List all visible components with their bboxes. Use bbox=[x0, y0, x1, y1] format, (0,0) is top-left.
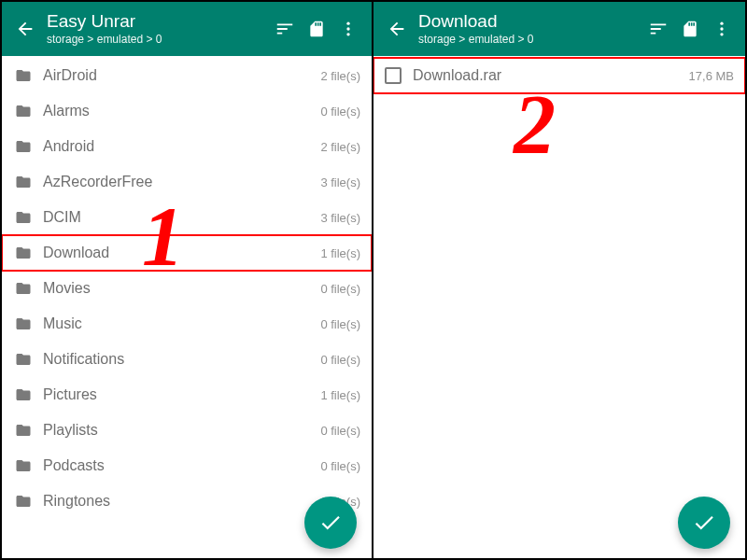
list-item[interactable]: Pictures1 file(s) bbox=[2, 377, 372, 413]
item-meta: 0 file(s) bbox=[320, 282, 360, 296]
svg-point-5 bbox=[720, 33, 723, 35]
svg-point-4 bbox=[720, 27, 723, 30]
item-name: Pictures bbox=[43, 386, 320, 403]
list-item[interactable]: AirDroid2 file(s) bbox=[2, 58, 372, 93]
item-name: Podcasts bbox=[43, 457, 320, 474]
list-item[interactable]: Music0 file(s) bbox=[2, 306, 372, 342]
appbar-subtitle: storage > emulated > 0 bbox=[418, 32, 642, 47]
folder-icon bbox=[13, 103, 34, 119]
item-name: Alarms bbox=[43, 103, 320, 119]
item-name: Android bbox=[43, 138, 320, 155]
svg-point-3 bbox=[720, 22, 723, 25]
svg-point-2 bbox=[346, 33, 349, 35]
appbar-title: Download bbox=[418, 11, 642, 32]
item-name: Playlists bbox=[43, 422, 320, 439]
item-name: Ringtones bbox=[43, 493, 320, 510]
overflow-button[interactable] bbox=[332, 10, 364, 48]
back-button[interactable] bbox=[9, 10, 41, 48]
check-icon bbox=[692, 511, 716, 535]
appbar-actions bbox=[269, 10, 364, 48]
folder-icon bbox=[13, 493, 34, 510]
sdcard-icon bbox=[681, 20, 699, 38]
item-meta: 0 file(s) bbox=[320, 353, 360, 367]
folder-icon bbox=[13, 386, 34, 403]
item-meta: 1 file(s) bbox=[320, 388, 360, 402]
folder-icon bbox=[13, 422, 34, 439]
list-item[interactable]: Alarms0 file(s) bbox=[2, 93, 372, 129]
item-meta: 0 file(s) bbox=[320, 459, 360, 473]
check-icon bbox=[318, 511, 343, 535]
more-vert-icon bbox=[339, 20, 358, 38]
pane-folder-list: Easy Unrar storage > emulated > 0 AirDro… bbox=[2, 2, 374, 558]
list-item[interactable]: Podcasts0 file(s) bbox=[2, 448, 372, 483]
item-meta: 0 file(s) bbox=[320, 317, 360, 331]
folder-list[interactable]: AirDroid2 file(s)Alarms0 file(s)Android2… bbox=[2, 56, 372, 519]
folder-icon bbox=[13, 138, 34, 155]
sort-icon bbox=[648, 19, 669, 39]
item-name: AirDroid bbox=[43, 67, 320, 84]
appbar-title: Easy Unrar bbox=[47, 11, 269, 32]
folder-icon bbox=[13, 457, 34, 474]
more-vert-icon bbox=[712, 20, 731, 38]
sort-button[interactable] bbox=[269, 10, 301, 48]
appbar: Download storage > emulated > 0 bbox=[374, 2, 745, 56]
item-meta: 3 file(s) bbox=[320, 175, 360, 189]
list-item[interactable]: Android2 file(s) bbox=[2, 129, 372, 164]
sort-icon bbox=[275, 19, 295, 39]
item-name: Download bbox=[43, 245, 320, 261]
svg-point-1 bbox=[346, 27, 349, 30]
appbar-subtitle: storage > emulated > 0 bbox=[47, 32, 269, 47]
item-name: DCIM bbox=[43, 209, 320, 226]
item-name: Download.rar bbox=[413, 67, 689, 84]
list-item[interactable]: Download.rar17,6 MB bbox=[374, 58, 745, 93]
folder-icon bbox=[13, 351, 34, 368]
item-meta: 1 file(s) bbox=[320, 246, 360, 260]
item-name: Music bbox=[43, 315, 320, 332]
sdcard-icon bbox=[307, 20, 326, 38]
folder-icon bbox=[13, 245, 34, 261]
file-list[interactable]: Download.rar17,6 MB bbox=[374, 56, 745, 93]
list-item[interactable]: Movies0 file(s) bbox=[2, 271, 372, 306]
fab-confirm[interactable] bbox=[678, 497, 730, 549]
arrow-left-icon bbox=[15, 19, 35, 39]
item-name: AzRecorderFree bbox=[43, 174, 320, 190]
appbar: Easy Unrar storage > emulated > 0 bbox=[2, 2, 372, 56]
item-meta: 0 file(s) bbox=[320, 424, 360, 438]
item-meta: 17,6 MB bbox=[689, 69, 734, 83]
sdcard-button[interactable] bbox=[674, 10, 706, 48]
overflow-button[interactable] bbox=[706, 10, 738, 48]
pane-file-list: Download storage > emulated > 0 Download… bbox=[374, 2, 745, 558]
item-meta: 0 file(s) bbox=[320, 105, 360, 119]
svg-point-0 bbox=[346, 22, 349, 25]
fab-confirm[interactable] bbox=[304, 497, 357, 549]
arrow-left-icon bbox=[387, 19, 407, 39]
appbar-actions bbox=[642, 10, 738, 48]
folder-icon bbox=[13, 315, 34, 332]
item-name: Notifications bbox=[43, 351, 320, 368]
list-item[interactable]: AzRecorderFree3 file(s) bbox=[2, 164, 372, 200]
folder-icon bbox=[13, 280, 34, 297]
item-name: Movies bbox=[43, 280, 320, 297]
folder-icon bbox=[13, 174, 34, 190]
appbar-titles: Download storage > emulated > 0 bbox=[413, 11, 642, 47]
list-item[interactable]: Playlists0 file(s) bbox=[2, 413, 372, 448]
folder-icon bbox=[13, 209, 34, 226]
item-meta: 3 file(s) bbox=[320, 211, 360, 225]
item-meta: 2 file(s) bbox=[320, 140, 360, 154]
folder-icon bbox=[13, 67, 34, 84]
sdcard-button[interactable] bbox=[301, 10, 332, 48]
item-meta: 2 file(s) bbox=[320, 69, 360, 83]
list-item[interactable]: Notifications0 file(s) bbox=[2, 342, 372, 377]
appbar-titles: Easy Unrar storage > emulated > 0 bbox=[41, 11, 269, 47]
sort-button[interactable] bbox=[642, 10, 674, 48]
checkbox[interactable] bbox=[385, 67, 402, 84]
back-button[interactable] bbox=[381, 10, 413, 48]
list-item[interactable]: Download1 file(s) bbox=[2, 235, 372, 271]
list-item[interactable]: DCIM3 file(s) bbox=[2, 200, 372, 235]
